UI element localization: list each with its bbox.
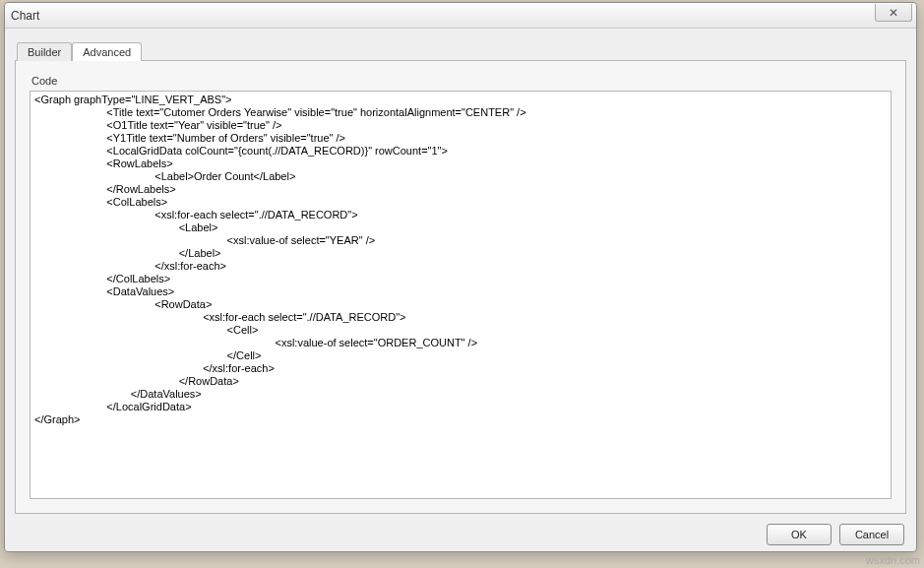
cancel-button[interactable]: Cancel: [839, 524, 904, 545]
chart-dialog: Chart ✕ Builder Advanced Code OK Cancel: [4, 2, 917, 552]
code-area-wrap: [30, 91, 892, 499]
tab-label: Builder: [28, 46, 61, 58]
ok-button[interactable]: OK: [767, 524, 832, 545]
close-icon: ✕: [889, 6, 898, 20]
dialog-title: Chart: [11, 9, 39, 23]
code-textarea[interactable]: [31, 92, 891, 498]
tab-advanced[interactable]: Advanced: [72, 42, 142, 61]
tabs-row: Builder Advanced: [17, 38, 906, 60]
tab-label: Advanced: [83, 46, 131, 58]
tab-builder[interactable]: Builder: [17, 42, 72, 61]
titlebar[interactable]: Chart ✕: [5, 3, 916, 29]
close-button[interactable]: ✕: [875, 4, 912, 22]
client-area: Builder Advanced Code OK Cancel: [5, 29, 916, 551]
watermark: wsxdn.com: [866, 554, 920, 566]
tab-panel-advanced: Code: [15, 60, 906, 514]
button-row: OK Cancel: [15, 514, 906, 547]
code-label: Code: [31, 75, 892, 87]
